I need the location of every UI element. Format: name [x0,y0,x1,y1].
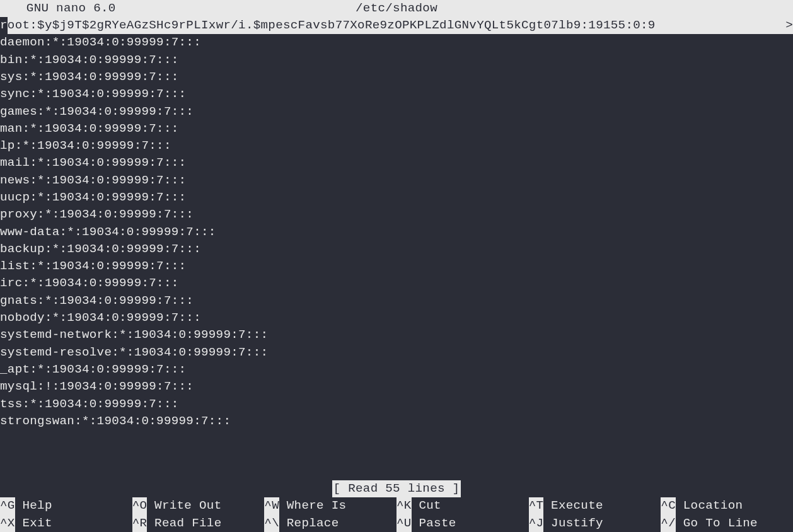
editor-line[interactable]: mysql:!:19034:0:99999:7::: [0,378,793,395]
shortcut-item[interactable]: ^X Exit [0,515,132,532]
shortcut-item[interactable]: ^O Write Out [132,497,265,514]
status-text: [ Read 55 lines ] [332,480,461,497]
shortcut-item[interactable]: ^/ Go To Line [661,515,793,532]
shortcut-key: ^T [529,497,544,514]
shortcut-label: Execute [543,497,603,514]
editor-line[interactable]: www-data:*:19034:0:99999:7::: [0,224,793,241]
editor-line[interactable]: list:*:19034:0:99999:7::: [0,258,793,275]
cursor: r [0,17,8,34]
shortcut-key: ^J [529,515,544,532]
shortcut-item[interactable]: ^W Where Is [264,497,397,514]
shortcut-item[interactable]: ^R Read File [132,515,265,532]
editor-line[interactable]: systemd-resolve:*:19034:0:99999:7::: [0,344,793,361]
shortcut-key: ^\ [264,515,279,532]
shortcut-item[interactable]: ^K Cut [397,497,529,514]
shortcut-label: Write Out [147,497,221,514]
editor-line[interactable]: gnats:*:19034:0:99999:7::: [0,292,793,309]
editor-line[interactable]: sync:*:19034:0:99999:7::: [0,86,793,103]
editor-line[interactable]: uucp:*:19034:0:99999:7::: [0,189,793,206]
editor-line[interactable]: games:*:19034:0:99999:7::: [0,103,793,120]
shortcut-key: ^X [0,515,15,532]
shortcut-label: Help [15,497,52,514]
title-bar: GNU nano 6.0 /etc/shadow [0,0,793,17]
line-content: oot:$y$j9T$2gRYeAGzSHc9rPLIxwr/i.$mpescF… [8,17,656,34]
shortcut-key: ^O [132,497,148,514]
shortcut-label: Location [676,497,743,514]
shortcut-key: ^K [397,497,412,514]
editor-area[interactable]: root:$y$j9T$2gRYeAGzSHc9rPLIxwr/i.$mpesc… [0,17,793,430]
shortcut-key: ^/ [661,515,676,532]
shortcut-key: ^G [0,497,15,514]
shortcut-item[interactable]: ^C Location [661,497,793,514]
editor-line[interactable]: strongswan:*:19034:0:99999:7::: [0,413,793,430]
editor-line[interactable]: bin:*:19034:0:99999:7::: [0,52,793,69]
shortcut-key: ^W [264,497,279,514]
app-name: GNU nano 6.0 [19,0,116,17]
status-bar: [ Read 55 lines ] [0,480,793,497]
file-name: /etc/shadow [356,0,437,17]
editor-line[interactable]: news:*:19034:0:99999:7::: [0,172,793,189]
editor-line[interactable]: man:*:19034:0:99999:7::: [0,120,793,137]
editor-line[interactable]: irc:*:19034:0:99999:7::: [0,275,793,292]
editor-line[interactable]: daemon:*:19034:0:99999:7::: [0,34,793,51]
editor-line[interactable]: systemd-network:*:19034:0:99999:7::: [0,327,793,344]
editor-line[interactable]: nobody:*:19034:0:99999:7::: [0,309,793,327]
shortcut-label: Paste [412,515,456,532]
editor-line-highlighted[interactable]: root:$y$j9T$2gRYeAGzSHc9rPLIxwr/i.$mpesc… [0,17,793,34]
editor-line[interactable]: tss:*:19034:0:99999:7::: [0,396,793,413]
editor-line[interactable]: mail:*:19034:0:99999:7::: [0,154,793,171]
shortcut-label: Replace [279,515,339,532]
shortcut-label: Read File [147,515,221,532]
shortcut-label: Justify [543,515,603,532]
editor-line[interactable]: _apt:*:19034:0:99999:7::: [0,361,793,378]
editor-line[interactable]: proxy:*:19034:0:99999:7::: [0,206,793,223]
shortcut-item[interactable]: ^\ Replace [264,515,397,532]
shortcut-item[interactable]: ^J Justify [529,515,661,532]
shortcut-key: ^U [397,515,412,532]
editor-line[interactable]: lp:*:19034:0:99999:7::: [0,137,793,154]
shortcut-label: Exit [15,515,52,532]
shortcut-item[interactable]: ^T Execute [529,497,661,514]
shortcut-key: ^C [661,497,676,514]
editor-line[interactable]: sys:*:19034:0:99999:7::: [0,69,793,86]
shortcut-key: ^R [132,515,148,532]
shortcut-label: Where Is [279,497,346,514]
shortcut-item[interactable]: ^U Paste [397,515,529,532]
shortcut-item[interactable]: ^G Help [0,497,132,514]
shortcut-label: Go To Line [676,515,758,532]
editor-line[interactable]: backup:*:19034:0:99999:7::: [0,241,793,258]
shortcut-label: Cut [412,497,441,514]
shortcut-bar: ^G Help^O Write Out^W Where Is^K Cut^T E… [0,497,793,532]
line-continuation-icon: > [785,17,793,34]
